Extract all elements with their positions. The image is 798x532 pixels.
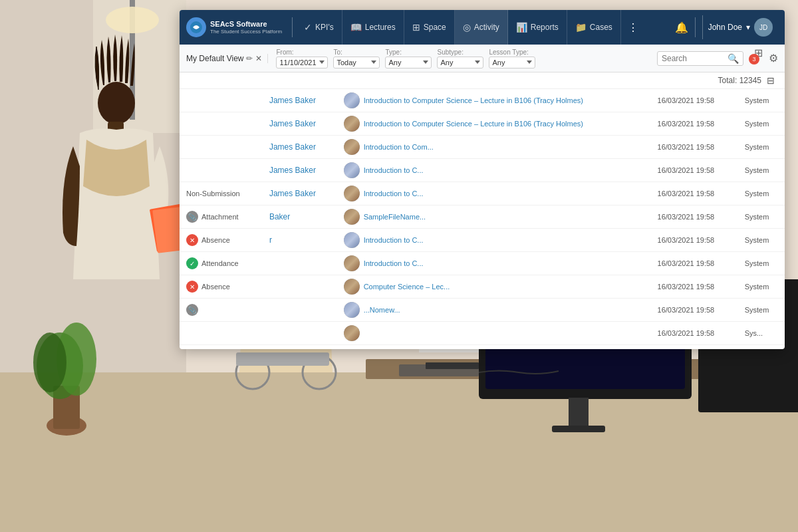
total-label: Total: 12345 bbox=[718, 76, 761, 85]
svg-point-10 bbox=[33, 332, 66, 392]
view-name: My Default View bbox=[186, 54, 243, 63]
timestamp: 16/03/2021 19:58 bbox=[658, 329, 715, 337]
navbar: SEAcS Software The Student Success Platf… bbox=[180, 10, 785, 45]
row-source-cell: System bbox=[738, 112, 785, 136]
timestamp: 16/03/2021 19:58 bbox=[658, 190, 715, 198]
student-link[interactable]: r bbox=[269, 235, 272, 245]
row-timestamp-cell: 16/03/2021 19:58 bbox=[651, 112, 738, 136]
nav-item-kpis[interactable]: ✓ KPI's bbox=[296, 10, 342, 45]
to-select[interactable]: Today bbox=[333, 57, 380, 68]
row-timestamp-cell: 16/03/2021 19:58 bbox=[651, 322, 738, 345]
type-select[interactable]: Any bbox=[385, 57, 432, 68]
nav-item-reports[interactable]: 📊 Reports bbox=[508, 10, 567, 45]
type-label: Type: bbox=[385, 49, 432, 56]
row-avatar-cell: ...Nomew... bbox=[337, 299, 651, 322]
lesson-link[interactable]: Introduction to C... bbox=[364, 166, 424, 174]
row-timestamp-cell: 16/03/2021 19:58 bbox=[651, 182, 738, 205]
row-avatar-cell: Introduction to C... bbox=[337, 182, 651, 205]
avatar-image bbox=[344, 279, 360, 295]
table-row: 📎 Attachment Baker SampleFileName... 16/… bbox=[180, 205, 785, 229]
lesson-link[interactable]: Introduction to Computer Science – Lectu… bbox=[364, 96, 583, 104]
row-type-cell: 📎 Attachment bbox=[180, 205, 263, 229]
nav-item-activity-label: Activity bbox=[474, 23, 499, 32]
settings-icon[interactable]: ⚙ bbox=[769, 52, 778, 65]
source-label: System bbox=[745, 120, 769, 128]
edit-icon[interactable]: ✏ bbox=[246, 54, 253, 63]
student-link[interactable]: James Baker bbox=[269, 119, 316, 128]
nav-item-lectures[interactable]: 📖 Lectures bbox=[342, 10, 404, 45]
row-student-cell: James Baker bbox=[263, 136, 337, 159]
user-menu[interactable]: John Doe ▾ JD bbox=[702, 15, 778, 39]
activity-icon: ◎ bbox=[463, 22, 471, 33]
timestamp: 16/03/2021 19:58 bbox=[658, 120, 715, 128]
search-button[interactable]: 🔍 bbox=[728, 53, 739, 64]
source-label: System bbox=[745, 190, 769, 198]
row-student-cell: James Baker bbox=[263, 112, 337, 136]
logo-icon bbox=[186, 17, 206, 37]
row-source-cell: System bbox=[738, 275, 785, 299]
student-link[interactable]: James Baker bbox=[269, 96, 316, 105]
row-avatar-cell: Introduction to C... bbox=[337, 252, 651, 275]
student-link[interactable]: James Baker bbox=[269, 142, 316, 152]
row-source-cell: System bbox=[738, 205, 785, 229]
chevron-down-icon: ▾ bbox=[746, 23, 750, 32]
lesson-link[interactable]: ...Nomew... bbox=[364, 306, 400, 314]
filter-bar: My Default View ✏ ✕ From: 11/10/2021 To:… bbox=[180, 45, 785, 72]
columns-icon[interactable]: ⊟ bbox=[767, 75, 775, 86]
row-student-cell: r bbox=[263, 229, 337, 252]
source-label: System bbox=[745, 213, 769, 221]
row-type-cell: Non-Submission bbox=[180, 182, 263, 205]
lesson-link[interactable]: Introduction to Com... bbox=[364, 143, 434, 151]
lesson-link[interactable]: SampleFileName... bbox=[364, 213, 426, 221]
row-avatar-cell: Introduction to Com... bbox=[337, 136, 651, 159]
attachment-icon: 📎 bbox=[186, 304, 198, 316]
lesson-link[interactable]: Computer Science – Lec... bbox=[364, 283, 450, 291]
nav-more-button[interactable]: ⋮ bbox=[621, 21, 645, 34]
avatar-image bbox=[344, 232, 360, 248]
timestamp: 16/03/2021 19:58 bbox=[658, 143, 715, 151]
table-row: ✕ Absence r Introduction to C... 16/03/2… bbox=[180, 229, 785, 252]
lesson-link[interactable]: Introduction to C... bbox=[364, 236, 424, 244]
type-label: Attendance bbox=[201, 259, 239, 267]
lesson-link[interactable]: Introduction to C... bbox=[364, 259, 424, 267]
avatar: JD bbox=[754, 18, 773, 37]
close-icon[interactable]: ✕ bbox=[255, 54, 262, 63]
table-row: Non-Submission James Baker Introduction … bbox=[180, 182, 785, 205]
nav-item-activity[interactable]: ◎ Activity bbox=[455, 10, 508, 45]
student-link[interactable]: James Baker bbox=[269, 189, 316, 198]
teacher-avatar bbox=[344, 139, 360, 155]
timestamp: 16/03/2021 19:58 bbox=[658, 306, 715, 314]
cases-icon: 📁 bbox=[575, 22, 587, 33]
row-timestamp-cell: 16/03/2021 19:58 bbox=[651, 229, 738, 252]
row-timestamp-cell: 16/03/2021 19:58 bbox=[651, 136, 738, 159]
row-type-cell: ✓ Attendance bbox=[180, 252, 263, 275]
badge-count: 3 bbox=[749, 54, 759, 65]
subtype-label: Subtype: bbox=[437, 49, 483, 56]
search-box: 🔍 bbox=[657, 51, 743, 66]
search-input[interactable] bbox=[662, 54, 728, 63]
teacher-avatar bbox=[344, 162, 360, 178]
lesson-type-filter: Lesson Type: Any bbox=[489, 49, 535, 68]
bell-icon[interactable]: 🔔 bbox=[675, 22, 688, 33]
nav-item-reports-label: Reports bbox=[531, 23, 559, 32]
from-label: From: bbox=[276, 49, 328, 56]
nav-item-space[interactable]: ⊞ Space bbox=[404, 10, 455, 45]
student-link[interactable]: James Baker bbox=[269, 166, 316, 175]
lesson-link[interactable]: Introduction to C... bbox=[364, 190, 424, 198]
nav-item-space-label: Space bbox=[424, 23, 446, 32]
notification-area: 🔔 bbox=[675, 21, 688, 34]
from-select[interactable]: 11/10/2021 bbox=[276, 57, 328, 68]
student-link[interactable]: Baker bbox=[269, 212, 290, 221]
row-student-cell: Baker bbox=[263, 205, 337, 229]
lesson-link[interactable]: Introduction to Computer Science – Lectu… bbox=[364, 120, 583, 128]
timestamp: 16/03/2021 19:58 bbox=[658, 213, 715, 221]
main-panel: SEAcS Software The Student Success Platf… bbox=[180, 10, 785, 349]
table-row: James Baker Introduction to Com... 16/03… bbox=[180, 136, 785, 159]
lesson-type-select[interactable]: Any bbox=[489, 57, 535, 68]
timestamp: 16/03/2021 19:58 bbox=[658, 166, 715, 174]
teacher-avatar bbox=[344, 209, 360, 225]
row-source-cell: System bbox=[738, 252, 785, 275]
type-label: Non-Submission bbox=[186, 190, 240, 198]
nav-item-cases[interactable]: 📁 Cases bbox=[567, 10, 621, 45]
subtype-select[interactable]: Any bbox=[437, 57, 483, 68]
